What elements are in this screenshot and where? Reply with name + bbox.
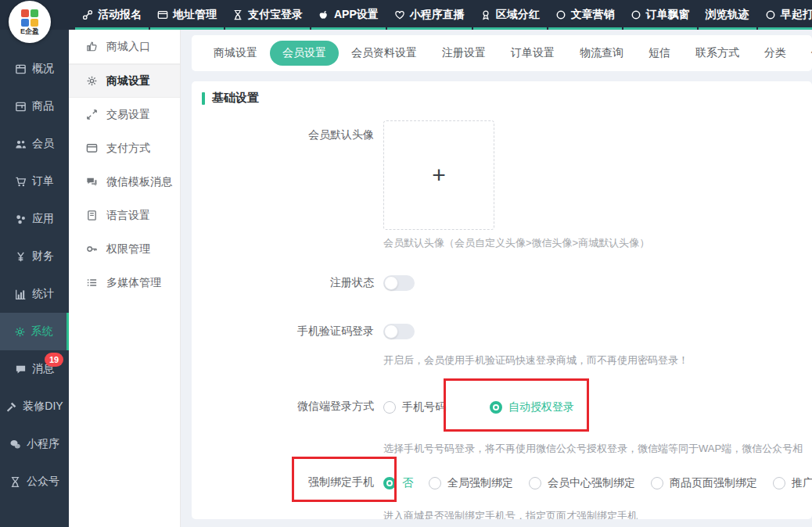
submenu-item-7[interactable]: 权限管理 <box>69 232 180 266</box>
force-bind-option-1[interactable]: 否 <box>383 476 413 490</box>
register-status-label: 注册状态 <box>192 276 383 290</box>
sidebar-item-1[interactable]: 概况 <box>0 50 69 88</box>
sidebar-item-2[interactable]: 商品 <box>0 88 69 125</box>
circle-icon <box>765 9 776 20</box>
wechat-login-option-2[interactable]: 自动授权登录 <box>490 400 574 414</box>
tab-8[interactable]: 联系方式 <box>683 41 752 66</box>
sidebar-item-label: 公众号 <box>27 475 59 489</box>
tab-9[interactable]: 分类 <box>752 41 799 66</box>
sidebar-item-11[interactable]: 小程序 <box>0 425 69 463</box>
tab-7[interactable]: 短信 <box>636 41 683 66</box>
radio-icon <box>490 401 502 414</box>
topbar: 活动报名地址管理支付宝登录APP设置小程序直播区域分红文章营销订单飘窗浏览轨迹早… <box>0 0 812 30</box>
submenu-item-8[interactable]: 多媒体管理 <box>69 266 180 299</box>
avatar-row: 会员默认头像 + 会员默认头像（会员自定义头像>微信头像>商城默认头像） <box>192 120 812 250</box>
avatar-upload-box[interactable]: + <box>383 120 494 230</box>
sidebar-item-label: 统计 <box>32 287 54 301</box>
link-icon <box>82 9 93 20</box>
award-icon <box>480 9 491 20</box>
submenu-item-label: 商城设置 <box>106 74 150 88</box>
topbar-item-label: 地址管理 <box>173 8 217 22</box>
tab-4[interactable]: 注册设置 <box>429 41 498 66</box>
radio-icon <box>773 477 785 489</box>
force-bind-option-3[interactable]: 会员中心强制绑定 <box>529 476 635 490</box>
topbar-item-4[interactable]: APP设置 <box>311 0 386 30</box>
sidebar-item-4[interactable]: 订单 <box>0 163 69 200</box>
hammer-icon <box>5 401 17 413</box>
submenu-item-label: 语言设置 <box>106 209 150 223</box>
force-bind-option-4[interactable]: 商品页面强制绑定 <box>651 476 757 490</box>
topbar-item-6[interactable]: 区域分红 <box>472 0 548 30</box>
sidebar-item-10[interactable]: 装修DIY <box>0 388 69 425</box>
arrows-icon <box>85 109 98 120</box>
heart-icon <box>394 9 405 20</box>
force-bind-option-2[interactable]: 全局强制绑定 <box>429 476 513 490</box>
apps-icon <box>15 213 27 225</box>
sidebar-item-label: 会员 <box>32 137 54 151</box>
submenu-item-2[interactable]: 商城设置 <box>69 64 180 98</box>
wechat-login-row: 微信端登录方式 手机号码自动授权登录 <box>192 400 812 414</box>
force-bind-label: 强制绑定手机 <box>192 475 383 489</box>
topbar-item-2[interactable]: 地址管理 <box>149 0 225 30</box>
sidebar-item-9[interactable]: 消息19 <box>0 350 69 388</box>
tab-5[interactable]: 订单设置 <box>498 41 567 66</box>
sidebar-item-12[interactable]: 公众号 <box>0 463 69 500</box>
topbar-item-label: 订单飘窗 <box>646 8 690 22</box>
submenu-item-5[interactable]: 微信模板消息 <box>69 165 180 199</box>
section-title: 基础设置 <box>212 91 259 106</box>
tab-1[interactable]: 商城设置 <box>201 41 270 66</box>
yen-icon <box>15 251 27 263</box>
key-icon <box>85 243 98 255</box>
tab-6[interactable]: 物流查询 <box>567 41 636 66</box>
sidebar-item-6[interactable]: 财务 <box>0 238 69 275</box>
force-bind-option-5[interactable]: 推广页面强制绑定 <box>773 476 812 490</box>
register-status-toggle[interactable] <box>383 275 415 291</box>
main-card: 基础设置 会员默认头像 + 会员默认头像（会员自定义头像>微信头像>商城默认头像… <box>192 81 812 519</box>
sidebar-item-7[interactable]: 统计 <box>0 275 69 313</box>
sidebar-item-label: 概况 <box>32 62 54 76</box>
radio-label: 推广页面强制绑定 <box>792 476 812 490</box>
sidebar-item-5[interactable]: 应用 <box>0 200 69 238</box>
topbar-item-1[interactable]: 活动报名 <box>74 0 149 30</box>
brand-logo-text: E企盈 <box>20 27 39 35</box>
hourglass-icon <box>232 9 243 20</box>
submenu-item-1[interactable]: 商城入口 <box>69 30 180 64</box>
submenu-item-label: 权限管理 <box>106 242 150 256</box>
topbar-item-3[interactable]: 支付宝登录 <box>225 0 311 30</box>
apple-icon <box>318 9 329 20</box>
gear-icon <box>14 326 26 338</box>
sidebar-item-label: 装修DIY <box>23 400 63 414</box>
wechat-icon <box>9 439 21 450</box>
submenu-item-6[interactable]: 语言设置 <box>69 199 180 232</box>
submenu-item-3[interactable]: 交易设置 <box>69 98 180 131</box>
topbar-item-10[interactable]: 早起打卡 <box>757 0 812 30</box>
tab-3[interactable]: 会员资料设置 <box>339 41 429 66</box>
sms-login-hint: 开启后，会员使用手机验证码快速登录商城，而不再使用密码登录！ <box>383 353 812 367</box>
sidebar-item-label: 系统 <box>31 324 53 339</box>
topbar-item-8[interactable]: 订单飘窗 <box>623 0 698 30</box>
wechat-login-option-1[interactable]: 手机号码 <box>383 400 446 414</box>
tabs-bar: 商城设置会员设置会员资料设置注册设置订单设置物流查询短信联系方式分类优惠券 <box>192 35 812 71</box>
radio-icon <box>383 477 396 489</box>
radio-label: 手机号码 <box>402 400 446 414</box>
circle-icon <box>631 9 641 20</box>
thumb-icon <box>85 41 98 52</box>
sidebar-item-8[interactable]: 系统 <box>0 313 69 350</box>
sidebar-item-3[interactable]: 会员 <box>0 125 69 163</box>
tab-10[interactable]: 优惠券 <box>799 41 812 66</box>
radio-icon <box>383 401 396 414</box>
radio-label: 否 <box>402 476 413 490</box>
sidebar-item-label: 小程序 <box>27 437 59 451</box>
topbar-item-label: 文章营销 <box>571 8 615 22</box>
radio-icon <box>651 477 663 489</box>
topbar-item-9[interactable]: 浏览轨迹 <box>698 0 757 30</box>
topbar-item-7[interactable]: 文章营销 <box>548 0 623 30</box>
topbar-menu: 活动报名地址管理支付宝登录APP设置小程序直播区域分红文章营销订单飘窗浏览轨迹早… <box>0 0 812 30</box>
topbar-item-5[interactable]: 小程序直播 <box>386 0 472 30</box>
sidebar-item-label: 订单 <box>32 174 54 188</box>
radio-icon <box>429 477 441 489</box>
submenu-item-4[interactable]: 支付方式 <box>69 131 180 165</box>
tab-2[interactable]: 会员设置 <box>270 41 339 66</box>
force-bind-row: 强制绑定手机 否全局强制绑定会员中心强制绑定商品页面强制绑定推广页面强制绑定 <box>192 475 812 490</box>
sms-login-toggle[interactable] <box>383 324 415 339</box>
